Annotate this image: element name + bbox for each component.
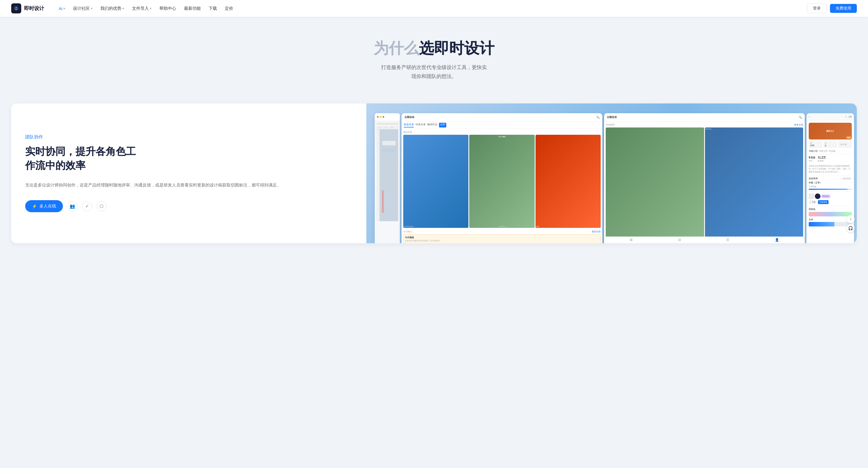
- jishi-badge: 即时设计: [821, 195, 831, 198]
- hero-section: 为什么选即时设计 打造服务产研的次世代专业级设计工具，更快实 现你和团队的想法。: [0, 17, 868, 98]
- chevron-down-icon: ▾: [91, 7, 93, 10]
- recommended-grid: DON'T KILL: [606, 127, 803, 237]
- tab-selected-works[interactable]: 精选名著: [404, 123, 414, 127]
- section-label-hot: 今日热门 更多全部: [403, 230, 601, 233]
- appearance-row: 外观（正常） ›: [809, 181, 852, 184]
- feature-tag: 团队协作: [25, 134, 352, 140]
- props-close-icon[interactable]: ‹: [809, 115, 810, 118]
- nav-item-pricing[interactable]: 定价: [221, 4, 237, 13]
- nav-list-icon[interactable]: ☰: [726, 238, 729, 242]
- nav-grid-icon[interactable]: ⊟: [678, 238, 681, 242]
- check-icon[interactable]: ✓: [82, 201, 92, 211]
- user-avatar: [815, 193, 820, 199]
- score-block: 9.8分 评分: [809, 156, 815, 162]
- hot-card-title: 今日海选: [405, 236, 599, 239]
- login-button[interactable]: 登录: [807, 4, 827, 13]
- section-recommended: 为你推荐 更多全部: [606, 123, 803, 126]
- text-bar[interactable]: [809, 222, 852, 226]
- scroll-down-button[interactable]: 🎧: [847, 224, 855, 232]
- feature-desc: 无论是多位设计师协同创作，还是产品经理随时随地评审、沟通反馈，或是研发人员查看实…: [25, 181, 352, 189]
- book-tag: 经典: [846, 136, 851, 139]
- nav-user-icon[interactable]: 👤: [775, 238, 779, 242]
- props-body: 森林之火 经典 W 100 ⟳ 0 ·: [806, 121, 854, 229]
- book-description: 这部作品在英国期间研读过几位战略学家策略性思...的几个主要战略...几个战术.…: [809, 165, 852, 174]
- hot-card-desc: 云雨谷谷开启夏日设计评选活动，各大顶尖设计...: [405, 240, 599, 242]
- nav-item-design-community[interactable]: 设计社区 ▾: [70, 4, 96, 13]
- opacity-fill: [809, 189, 847, 190]
- logo-area[interactable]: 即时设计: [11, 3, 44, 13]
- nav-item-download[interactable]: 下载: [205, 4, 220, 13]
- tab-bestsellers[interactable]: 畅销作品: [427, 123, 437, 127]
- multi-value-field[interactable]: · 多个值: [838, 141, 852, 148]
- text-section: 文本: [809, 218, 852, 226]
- lib-panel-2-title: 云雨谷谷: [607, 116, 617, 119]
- nav-item-file-import[interactable]: 文件导入 ▾: [129, 4, 155, 13]
- nav-item-advantages[interactable]: 我们的优势 ▾: [97, 4, 127, 13]
- scroll-up-button[interactable]: ↑: [847, 215, 855, 223]
- rec-book-2[interactable]: DON'T KILL: [705, 127, 803, 237]
- start-reading-btn[interactable]: 开始阅读: [818, 200, 829, 204]
- nav-item-ai[interactable]: Ai ▾: [55, 4, 68, 12]
- brand-logo-icon: [11, 3, 21, 13]
- rotation-field[interactable]: ⟳ 0: [824, 141, 837, 148]
- feature-left-panel: 团队协作 实时协同，提升各角色工 作流中的效率 无论是多位设计师协同创作，还是产…: [11, 103, 366, 243]
- book-card-ski[interactable]: Let Them Grow: [403, 135, 468, 228]
- rec-book-1[interactable]: [606, 127, 704, 237]
- hero-subtitle: 打造服务产研的次世代专业级设计工具，更快实 现你和团队的想法。: [6, 63, 862, 81]
- online-button[interactable]: ⚡ 多人在线: [25, 200, 63, 212]
- nav-actions: 登录 免费使用: [807, 4, 857, 13]
- today-hot-card[interactable]: 今日海选 云雨谷谷开启夏日设计评选活动，各大顶尖设计... 即时设计·Piu 深…: [403, 234, 601, 243]
- tab-classic-works[interactable]: 经典名著: [415, 123, 426, 127]
- layout-controls[interactable]: — 固定宽度 ›: [840, 177, 852, 180]
- appearance-label: 外观（正常）: [809, 181, 822, 184]
- tab-all[interactable]: 全部: [439, 123, 446, 127]
- reads-label: 阅读量: [818, 160, 826, 162]
- download-actions: ↓ 下载 开始阅读: [809, 200, 852, 204]
- book-info-tabs: 书籍介绍 作家主页 作品集: [809, 150, 852, 154]
- score-row: 9.8分 评分 11.2万 阅读量: [809, 156, 852, 162]
- nav-item-help[interactable]: 帮助中心: [156, 4, 180, 13]
- layout-row: 自动布局 — 固定宽度 ›: [809, 177, 852, 180]
- dimension-row: W 100 ⟳ 0 · 多个值: [809, 141, 852, 148]
- section-label-top: 精选名著: [403, 130, 601, 134]
- feature-title: 实时协同，提升各角色工 作流中的效率: [25, 145, 352, 173]
- download-btn[interactable]: ↓ 下载: [809, 200, 817, 204]
- library-panel-2: 云雨谷谷 🔍 为你推荐 更多全部 DON'T KILL: [604, 113, 805, 243]
- book-grid-top: Let Them Grow LET THEM GROW WILD FIRE: [403, 135, 601, 228]
- props-header: ‹ X 114: [806, 113, 854, 121]
- lib-content-1: 精选名著 Let Them Grow LET THEM GROW WILD: [402, 129, 602, 243]
- nav-item-latest[interactable]: 最新功能: [181, 4, 204, 13]
- hero-title: 为什么选即时设计: [6, 39, 862, 57]
- search-icon[interactable]: 🔍: [596, 116, 599, 119]
- opacity-section: 不透明度: [809, 185, 852, 190]
- nav-home-icon[interactable]: ⊞: [630, 238, 632, 242]
- download-thumb: [809, 193, 814, 199]
- box-icon[interactable]: ⬡: [96, 201, 106, 211]
- chevron-down-icon: ▾: [150, 7, 152, 10]
- navbar: 即时设计 Ai ▾ 设计社区 ▾ 我们的优势 ▾ 文件导入 ▾ 帮助中心 最新功…: [0, 0, 868, 17]
- layout-section: 自动布局 — 固定宽度 ›: [809, 175, 852, 180]
- tab-works[interactable]: 作品集: [829, 150, 836, 153]
- width-field[interactable]: W 100: [809, 141, 823, 148]
- search-icon-2[interactable]: 🔍: [799, 116, 802, 119]
- bg-section: 背景色: [809, 206, 852, 216]
- tab-book-intro[interactable]: 书籍介绍: [809, 150, 818, 153]
- lib-panel-1-title: 云雨谷谷: [404, 116, 414, 119]
- appearance-dropdown-arrow[interactable]: ›: [851, 182, 852, 184]
- free-use-button[interactable]: 免费使用: [830, 4, 857, 13]
- library-panel-1: 云雨谷谷 🔍 精选名著 经典名著 畅销作品 全部 精选名著: [402, 113, 602, 243]
- brand-name: 即时设计: [24, 5, 44, 12]
- lib-panel-1-header: 云雨谷谷 🔍: [402, 113, 602, 122]
- bottom-nav-bar: ⊞ ⊟ ☰ 👤: [604, 237, 805, 243]
- score-label: 评分: [809, 160, 815, 162]
- bg-gradient-preview[interactable]: [809, 212, 852, 216]
- book-card-fire[interactable]: FIRE: [535, 135, 601, 228]
- users-icon[interactable]: 👥: [67, 201, 78, 211]
- opacity-slider[interactable]: [809, 189, 852, 190]
- x-label: X: [846, 116, 847, 118]
- lib-panel-2-header: 云雨谷谷 🔍: [604, 113, 805, 122]
- book-card-animal[interactable]: LET THEM GROW WILD: [469, 135, 534, 228]
- tab-author[interactable]: 作家主页: [819, 150, 828, 153]
- actions-row: 即时设计: [809, 191, 852, 199]
- book-preview: 森林之火 经典: [809, 123, 852, 139]
